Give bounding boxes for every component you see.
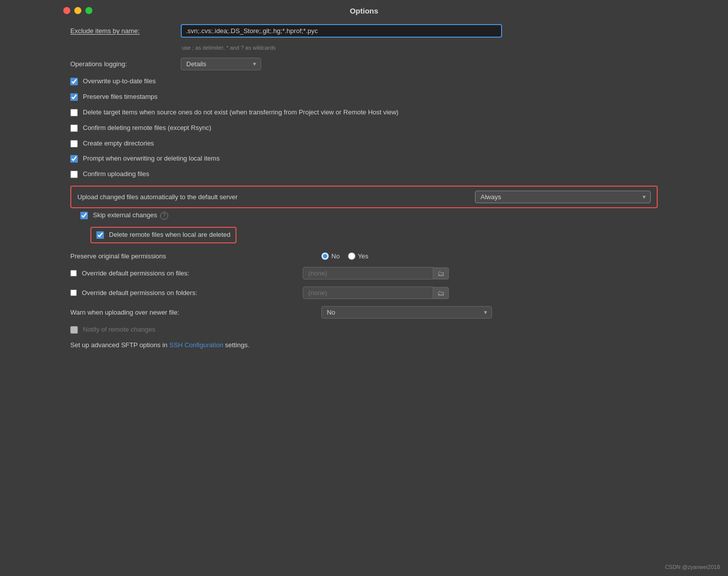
delete-target-checkbox[interactable] [70, 109, 78, 116]
confirm-upload-label: Confirm uploading files [83, 170, 149, 179]
traffic-lights [63, 7, 92, 14]
options-window: Options Exclude items by name: use ; as … [55, 0, 673, 379]
checkbox-row-confirm-delete: Confirm deleting remote files (except Rs… [70, 124, 658, 132]
exclude-items-row: Exclude items by name: [70, 24, 658, 38]
skip-external-checkbox[interactable] [80, 212, 88, 219]
operations-logging-select[interactable]: Details Brief None [181, 58, 261, 70]
checkbox-row-delete-target: Delete target items when source ones do … [70, 108, 658, 117]
prompt-overwrite-label: Prompt when overwriting or deleting loca… [83, 155, 219, 163]
operations-logging-row: Operations logging: Details Brief None ▼ [70, 58, 658, 70]
skip-external-label: Skip external changes [93, 211, 157, 220]
warn-uploading-row: Warn when uploading over newer file: No … [70, 306, 658, 319]
confirm-delete-checkbox[interactable] [70, 124, 78, 132]
checkbox-row-notify-remote: Notify of remote changes [70, 326, 658, 334]
preserve-permissions-radio-group: No Yes [321, 252, 369, 260]
notify-remote-label: Notify of remote changes [83, 326, 156, 334]
override-files-label: Override default permissions on files: [82, 269, 298, 277]
window-title: Options [350, 7, 379, 15]
preserve-no-label: No [331, 252, 340, 260]
operations-logging-label: Operations logging: [70, 60, 181, 68]
bottom-suffix: settings. [223, 341, 250, 349]
preserve-no-option[interactable]: No [321, 252, 340, 260]
override-folders-input-group: 🗂 [303, 286, 449, 299]
timestamps-checkbox[interactable] [70, 93, 78, 101]
checkbox-row-skip-external: Skip external changes ? [80, 211, 658, 220]
exclude-items-input[interactable] [181, 24, 502, 38]
confirm-delete-label: Confirm deleting remote files (except Rs… [83, 124, 211, 132]
ssh-configuration-link[interactable]: SSH Configuration [169, 341, 223, 349]
override-folders-label: Override default permissions on folders: [82, 289, 298, 297]
delete-target-label: Delete target items when source ones do … [83, 108, 399, 117]
maximize-button[interactable] [85, 7, 92, 14]
empty-dirs-checkbox[interactable] [70, 140, 78, 148]
override-files-row: Override default permissions on files: 🗂 [70, 267, 658, 279]
title-bar: Options [55, 0, 673, 19]
override-folders-input[interactable] [303, 286, 433, 299]
delete-remote-checkbox[interactable] [96, 231, 104, 239]
warn-uploading-select-wrapper: No Yes ▼ [321, 306, 492, 319]
exclude-items-label: Exclude items by name: [70, 27, 181, 35]
warn-uploading-select[interactable]: No Yes [321, 306, 492, 319]
checkbox-row-empty-dirs: Create empty directories [70, 139, 658, 148]
checkbox-row-confirm-upload: Confirm uploading files [70, 170, 658, 179]
override-folders-folder-button[interactable]: 🗂 [433, 287, 449, 299]
warn-uploading-label: Warn when uploading over newer file: [70, 309, 321, 316]
bottom-prefix: Set up advanced SFTP options in [70, 341, 169, 349]
overwrite-label: Overwrite up-to-date files [83, 77, 156, 86]
override-files-input[interactable] [303, 267, 433, 279]
override-folders-row: Override default permissions on folders:… [70, 286, 658, 299]
content-area: Exclude items by name: use ; as delimite… [55, 19, 673, 359]
preserve-permissions-label: Preserve original file permissions [70, 252, 321, 260]
skip-external-help-icon[interactable]: ? [160, 212, 168, 220]
preserve-permissions-row: Preserve original file permissions No Ye… [70, 252, 658, 260]
delete-remote-label: Delete remote files when local are delet… [109, 231, 230, 239]
notify-remote-checkbox[interactable] [70, 326, 78, 334]
upload-auto-select[interactable]: Always Never On explicit save action [475, 191, 651, 203]
preserve-yes-label: Yes [358, 252, 369, 260]
upload-auto-select-wrapper: Always Never On explicit save action ▼ [475, 191, 651, 203]
empty-dirs-label: Create empty directories [83, 139, 154, 148]
upload-auto-label: Upload changed files automatically to th… [77, 193, 475, 201]
minimize-button[interactable] [74, 7, 81, 14]
overwrite-checkbox[interactable] [70, 78, 78, 85]
checkbox-row-timestamps: Preserve files timestamps [70, 93, 658, 101]
upload-auto-row: Upload changed files automatically to th… [70, 186, 658, 208]
delete-remote-highlighted-row: Delete remote files when local are delet… [90, 227, 236, 243]
bottom-text: Set up advanced SFTP options in SSH Conf… [70, 341, 658, 349]
checkbox-row-overwrite: Overwrite up-to-date files [70, 77, 658, 86]
checkbox-row-prompt-overwrite: Prompt when overwriting or deleting loca… [70, 155, 658, 163]
preserve-no-radio[interactable] [321, 252, 329, 260]
operations-logging-select-wrapper: Details Brief None ▼ [181, 58, 261, 70]
preserve-yes-option[interactable]: Yes [348, 252, 369, 260]
close-button[interactable] [63, 7, 70, 14]
sub-options: Skip external changes ? Delete remote fi… [70, 211, 658, 250]
override-files-folder-button[interactable]: 🗂 [433, 267, 449, 279]
prompt-overwrite-checkbox[interactable] [70, 155, 78, 163]
exclude-items-hint: use ; as delimiter, * and ? as wildcards [70, 45, 658, 51]
override-files-input-group: 🗂 [303, 267, 449, 279]
confirm-upload-checkbox[interactable] [70, 171, 78, 178]
preserve-yes-radio[interactable] [348, 252, 355, 260]
timestamps-label: Preserve files timestamps [83, 93, 158, 101]
override-files-checkbox[interactable] [70, 270, 77, 276]
override-folders-checkbox[interactable] [70, 290, 77, 296]
watermark: CSDN @zyanwei2018 [665, 564, 720, 570]
